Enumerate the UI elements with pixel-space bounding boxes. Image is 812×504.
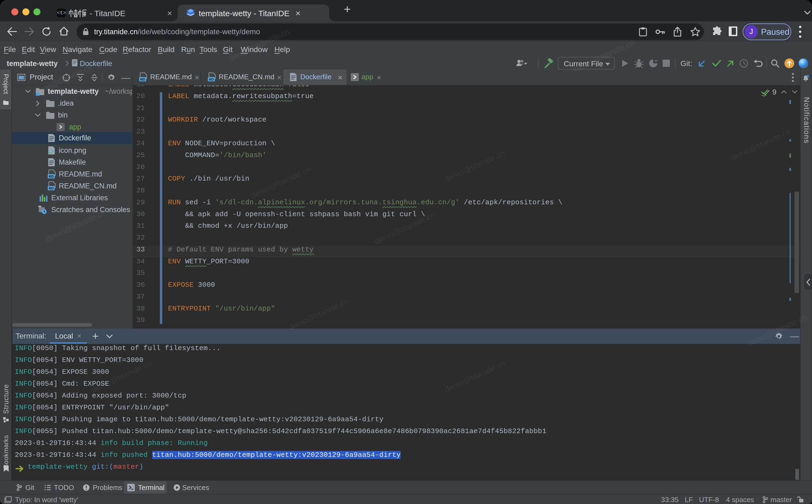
svg-text:MD: MD <box>49 187 54 190</box>
svg-text:MD: MD <box>49 175 54 178</box>
svg-text:</>: </> <box>189 9 193 12</box>
svg-text:MD: MD <box>140 78 145 81</box>
svg-text:MD: MD <box>209 78 214 81</box>
